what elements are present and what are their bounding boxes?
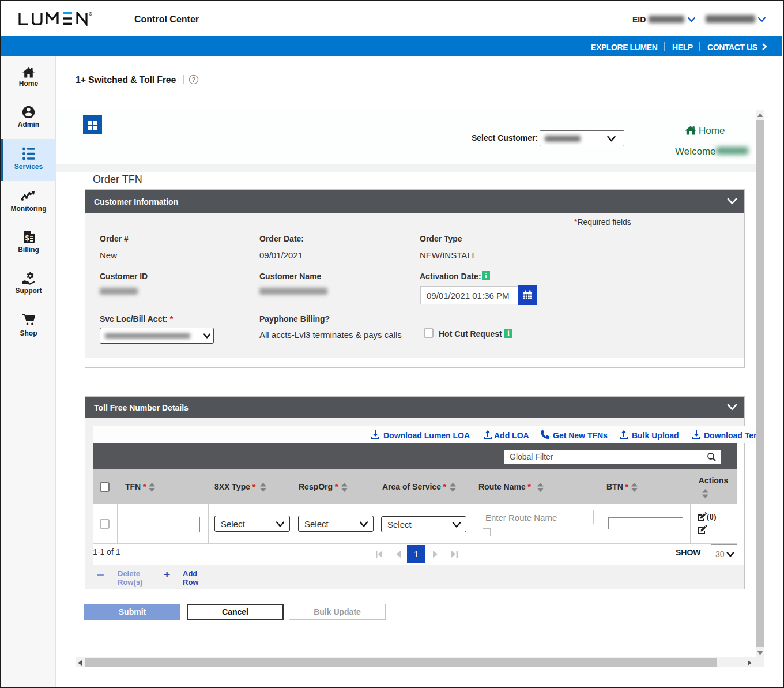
svg-text:$: $ [25,234,29,242]
svg-text:?: ? [191,76,195,83]
svg-text:R: R [90,13,92,16]
